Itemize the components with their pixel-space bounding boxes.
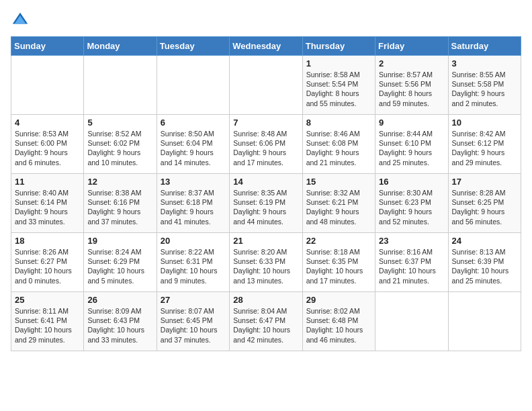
calendar-cell: 7Sunrise: 8:48 AM Sunset: 6:06 PM Daylig…	[230, 115, 302, 174]
day-number: 12	[87, 177, 152, 187]
day-number: 26	[87, 295, 152, 305]
calendar-table: SundayMondayTuesdayWednesdayThursdayFrid…	[11, 36, 521, 351]
weekday-header-friday: Friday	[375, 37, 448, 56]
day-number: 6	[161, 118, 226, 128]
day-info: Sunrise: 8:57 AM Sunset: 5:56 PM Dayligh…	[379, 70, 444, 108]
calendar-cell: 29Sunrise: 8:02 AM Sunset: 6:48 PM Dayli…	[302, 292, 375, 351]
calendar-cell: 9Sunrise: 8:44 AM Sunset: 6:10 PM Daylig…	[375, 115, 448, 174]
calendar-cell	[11, 56, 84, 115]
day-info: Sunrise: 8:40 AM Sunset: 6:14 PM Dayligh…	[15, 188, 80, 226]
weekday-header-thursday: Thursday	[302, 37, 375, 56]
day-number: 16	[379, 177, 444, 187]
calendar-cell: 8Sunrise: 8:46 AM Sunset: 6:08 PM Daylig…	[302, 115, 375, 174]
calendar-cell: 15Sunrise: 8:32 AM Sunset: 6:21 PM Dayli…	[302, 174, 375, 233]
weekday-header-wednesday: Wednesday	[230, 37, 302, 56]
logo	[11, 11, 32, 30]
day-number: 29	[306, 295, 371, 305]
calendar-week-row: 1Sunrise: 8:58 AM Sunset: 5:54 PM Daylig…	[11, 56, 521, 115]
day-info: Sunrise: 8:13 AM Sunset: 6:39 PM Dayligh…	[452, 247, 517, 285]
day-info: Sunrise: 8:02 AM Sunset: 6:48 PM Dayligh…	[306, 306, 371, 345]
calendar-cell: 12Sunrise: 8:38 AM Sunset: 6:16 PM Dayli…	[84, 174, 157, 233]
weekday-header-tuesday: Tuesday	[157, 37, 229, 56]
day-info: Sunrise: 8:37 AM Sunset: 6:18 PM Dayligh…	[161, 188, 226, 226]
calendar-week-row: 4Sunrise: 8:53 AM Sunset: 6:00 PM Daylig…	[11, 115, 521, 174]
day-info: Sunrise: 8:38 AM Sunset: 6:16 PM Dayligh…	[87, 188, 152, 226]
day-number: 11	[15, 177, 80, 187]
day-number: 18	[15, 236, 80, 246]
day-number: 19	[87, 236, 152, 246]
calendar-cell	[375, 292, 448, 351]
day-number: 8	[306, 118, 371, 128]
day-info: Sunrise: 8:50 AM Sunset: 6:04 PM Dayligh…	[161, 129, 226, 167]
calendar-cell	[230, 56, 302, 115]
day-info: Sunrise: 8:53 AM Sunset: 6:00 PM Dayligh…	[15, 129, 80, 167]
day-info: Sunrise: 8:11 AM Sunset: 6:41 PM Dayligh…	[15, 306, 80, 345]
weekday-header-row: SundayMondayTuesdayWednesdayThursdayFrid…	[11, 37, 521, 56]
day-number: 2	[379, 58, 444, 68]
calendar-cell: 28Sunrise: 8:04 AM Sunset: 6:47 PM Dayli…	[230, 292, 302, 351]
calendar-cell: 10Sunrise: 8:42 AM Sunset: 6:12 PM Dayli…	[448, 115, 521, 174]
day-number: 14	[233, 177, 298, 187]
calendar-cell: 4Sunrise: 8:53 AM Sunset: 6:00 PM Daylig…	[11, 115, 84, 174]
weekday-header-sunday: Sunday	[11, 37, 84, 56]
day-number: 21	[233, 236, 298, 246]
day-info: Sunrise: 8:32 AM Sunset: 6:21 PM Dayligh…	[306, 188, 371, 226]
calendar-week-row: 25Sunrise: 8:11 AM Sunset: 6:41 PM Dayli…	[11, 292, 521, 351]
calendar-week-row: 18Sunrise: 8:26 AM Sunset: 6:27 PM Dayli…	[11, 233, 521, 292]
day-number: 28	[233, 295, 298, 305]
calendar-cell	[84, 56, 157, 115]
calendar-cell: 25Sunrise: 8:11 AM Sunset: 6:41 PM Dayli…	[11, 292, 84, 351]
day-info: Sunrise: 8:26 AM Sunset: 6:27 PM Dayligh…	[15, 247, 80, 285]
calendar-cell: 14Sunrise: 8:35 AM Sunset: 6:19 PM Dayli…	[230, 174, 302, 233]
calendar-cell: 18Sunrise: 8:26 AM Sunset: 6:27 PM Dayli…	[11, 233, 84, 292]
day-number: 5	[87, 118, 152, 128]
day-info: Sunrise: 8:55 AM Sunset: 5:58 PM Dayligh…	[452, 70, 517, 108]
calendar-cell: 22Sunrise: 8:18 AM Sunset: 6:35 PM Dayli…	[302, 233, 375, 292]
day-info: Sunrise: 8:22 AM Sunset: 6:31 PM Dayligh…	[161, 247, 226, 285]
weekday-header-saturday: Saturday	[448, 37, 521, 56]
calendar-cell: 3Sunrise: 8:55 AM Sunset: 5:58 PM Daylig…	[448, 56, 521, 115]
calendar-cell: 1Sunrise: 8:58 AM Sunset: 5:54 PM Daylig…	[302, 56, 375, 115]
day-number: 15	[306, 177, 371, 187]
calendar-cell: 6Sunrise: 8:50 AM Sunset: 6:04 PM Daylig…	[157, 115, 229, 174]
day-info: Sunrise: 8:52 AM Sunset: 6:02 PM Dayligh…	[87, 129, 152, 167]
day-info: Sunrise: 8:48 AM Sunset: 6:06 PM Dayligh…	[233, 129, 298, 167]
calendar-cell: 24Sunrise: 8:13 AM Sunset: 6:39 PM Dayli…	[448, 233, 521, 292]
day-info: Sunrise: 8:07 AM Sunset: 6:45 PM Dayligh…	[161, 306, 226, 345]
day-info: Sunrise: 8:35 AM Sunset: 6:19 PM Dayligh…	[233, 188, 298, 226]
calendar-cell: 5Sunrise: 8:52 AM Sunset: 6:02 PM Daylig…	[84, 115, 157, 174]
day-number: 4	[15, 118, 80, 128]
day-number: 27	[161, 295, 226, 305]
day-info: Sunrise: 8:30 AM Sunset: 6:23 PM Dayligh…	[379, 188, 444, 226]
calendar-cell: 2Sunrise: 8:57 AM Sunset: 5:56 PM Daylig…	[375, 56, 448, 115]
day-number: 20	[161, 236, 226, 246]
logo-icon	[11, 11, 30, 30]
calendar-cell	[448, 292, 521, 351]
calendar-cell: 13Sunrise: 8:37 AM Sunset: 6:18 PM Dayli…	[157, 174, 229, 233]
day-info: Sunrise: 8:46 AM Sunset: 6:08 PM Dayligh…	[306, 129, 371, 167]
day-info: Sunrise: 8:18 AM Sunset: 6:35 PM Dayligh…	[306, 247, 371, 285]
day-info: Sunrise: 8:04 AM Sunset: 6:47 PM Dayligh…	[233, 306, 298, 345]
day-info: Sunrise: 8:16 AM Sunset: 6:37 PM Dayligh…	[379, 247, 444, 285]
calendar-cell: 17Sunrise: 8:28 AM Sunset: 6:25 PM Dayli…	[448, 174, 521, 233]
day-info: Sunrise: 8:09 AM Sunset: 6:43 PM Dayligh…	[87, 306, 152, 345]
calendar-cell: 21Sunrise: 8:20 AM Sunset: 6:33 PM Dayli…	[230, 233, 302, 292]
day-number: 10	[452, 118, 517, 128]
calendar-cell: 23Sunrise: 8:16 AM Sunset: 6:37 PM Dayli…	[375, 233, 448, 292]
calendar-week-row: 11Sunrise: 8:40 AM Sunset: 6:14 PM Dayli…	[11, 174, 521, 233]
day-info: Sunrise: 8:42 AM Sunset: 6:12 PM Dayligh…	[452, 129, 517, 167]
day-number: 3	[452, 58, 517, 68]
day-number: 7	[233, 118, 298, 128]
day-info: Sunrise: 8:24 AM Sunset: 6:29 PM Dayligh…	[87, 247, 152, 285]
day-number: 17	[452, 177, 517, 187]
header	[11, 11, 521, 30]
calendar-cell: 19Sunrise: 8:24 AM Sunset: 6:29 PM Dayli…	[84, 233, 157, 292]
calendar-cell: 26Sunrise: 8:09 AM Sunset: 6:43 PM Dayli…	[84, 292, 157, 351]
day-number: 23	[379, 236, 444, 246]
calendar-cell: 16Sunrise: 8:30 AM Sunset: 6:23 PM Dayli…	[375, 174, 448, 233]
calendar-cell: 20Sunrise: 8:22 AM Sunset: 6:31 PM Dayli…	[157, 233, 229, 292]
calendar-cell: 27Sunrise: 8:07 AM Sunset: 6:45 PM Dayli…	[157, 292, 229, 351]
calendar-cell: 11Sunrise: 8:40 AM Sunset: 6:14 PM Dayli…	[11, 174, 84, 233]
day-info: Sunrise: 8:28 AM Sunset: 6:25 PM Dayligh…	[452, 188, 517, 226]
day-info: Sunrise: 8:44 AM Sunset: 6:10 PM Dayligh…	[379, 129, 444, 167]
